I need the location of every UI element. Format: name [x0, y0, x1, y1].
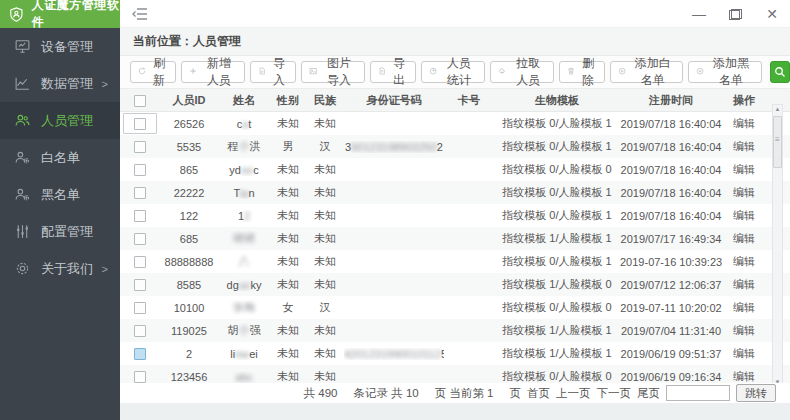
cell-register-time: 2019/07/12 12:06:37 — [620, 279, 722, 291]
close-button[interactable]: ✕ — [764, 7, 780, 21]
row-checkbox[interactable] — [134, 187, 146, 199]
edit-link[interactable]: 编辑 — [722, 139, 766, 154]
row-checkbox[interactable] — [134, 141, 146, 153]
table-row[interactable]: 22222 Tian 未知 未知 指纹模板 0/人脸模板 1 2019/07/1… — [120, 181, 790, 204]
row-checkbox[interactable] — [134, 279, 146, 291]
toolbar: 刷新 新增人员 导入 图片导入 导出 人员统计 — [120, 56, 790, 88]
table-row[interactable]: 123456 abc 未知 未知 指纹模板 0/人脸模板 0 2019/06/1… — [120, 365, 790, 384]
cell-person-id: 2 — [160, 348, 218, 360]
edit-link[interactable]: 编辑 — [722, 254, 766, 269]
cell-person-id: 26526 — [160, 118, 218, 130]
add-person-button[interactable]: 新增人员 — [181, 61, 245, 83]
cell-checkbox — [120, 298, 160, 317]
page-jump-input[interactable] — [666, 385, 730, 401]
cell-bio-template: 指纹模板 0/人脸模板 0 — [494, 300, 620, 315]
sidebar-item-config[interactable]: 配置管理 — [0, 213, 120, 250]
row-checkbox[interactable] — [134, 164, 146, 176]
app-window: 人证魔方管理软件 — ✕ 设备管理 数据管理 > — [0, 0, 790, 420]
sidebar-item-data[interactable]: 数据管理 > — [0, 65, 120, 102]
table-row[interactable]: 5535 程小洪 男 汉 3601231989032502 指纹模板 0/人脸模… — [120, 135, 790, 158]
row-checkbox[interactable] — [134, 256, 146, 268]
image-import-button[interactable]: 图片导入 — [301, 61, 365, 83]
export-button[interactable]: 导出 — [370, 61, 416, 83]
app-title: 人证魔方管理软件 — [32, 0, 120, 31]
cell-nation: 汉 — [306, 139, 344, 154]
table-row[interactable]: 2 linwei 未知 未知 42012319900101125 指纹模板 1/… — [120, 342, 790, 365]
cell-nation: 未知 — [306, 369, 344, 384]
row-checkbox[interactable] — [134, 210, 146, 222]
cell-checkbox — [120, 275, 160, 294]
edit-link[interactable]: 编辑 — [722, 323, 766, 338]
select-all-checkbox[interactable] — [134, 95, 146, 107]
table-row[interactable]: 685 猪猪 未知 未知 指纹模板 1/人脸模板 1 2019/07/17 16… — [120, 227, 790, 250]
table-row[interactable]: 865 ydooc 未知 未知 指纹模板 0/人脸模板 0 2019/07/18… — [120, 158, 790, 181]
scrollbar-thumb[interactable] — [773, 116, 782, 168]
breadcrumb: 当前位置：人员管理 — [120, 28, 790, 56]
sidebar-item-blacklist[interactable]: 黑名单 — [0, 176, 120, 213]
pie-stats-icon — [429, 67, 437, 78]
table-row[interactable]: 119025 胡小强 未知 未知 指纹模板 1/人脸模板 1 2019/07/0… — [120, 319, 790, 342]
cell-bio-template: 指纹模板 0/人脸模板 1 — [494, 254, 620, 269]
row-checkbox[interactable] — [134, 348, 146, 360]
row-checkbox[interactable] — [134, 371, 146, 383]
cell-person-id: 22222 — [160, 187, 218, 199]
search-button[interactable] — [770, 61, 790, 83]
header-nation: 民族 — [306, 93, 344, 108]
first-page-link[interactable]: 首页 — [527, 386, 550, 401]
edit-link[interactable]: 编辑 — [722, 231, 766, 246]
cell-nation: 未知 — [306, 323, 344, 338]
prev-page-link[interactable]: 上一页 — [556, 386, 591, 401]
minimize-button[interactable]: — — [691, 7, 707, 21]
table-header-row: 人员ID 姓名 性别 民族 身份证号码 卡号 生物模板 注册时间 操作 — [120, 88, 790, 112]
sidebar-collapse-icon[interactable] — [132, 7, 148, 21]
cell-bio-template: 指纹模板 0/人脸模板 0 — [494, 369, 620, 384]
sidebar-item-about[interactable]: 关于我们 > — [0, 250, 120, 287]
table-row[interactable]: 26526 cat 未知 未知 指纹模板 0/人脸模板 1 2019/07/18… — [120, 112, 790, 135]
table-row[interactable]: 10100 张梅 女 汉 指纹模板 0/人脸模板 0 2019-07-11 10… — [120, 296, 790, 319]
edit-link[interactable]: 编辑 — [722, 185, 766, 200]
sidebar-item-person[interactable]: 人员管理 — [0, 102, 120, 139]
pull-person-button[interactable]: 拉取人员 — [490, 61, 554, 83]
edit-link[interactable]: 编辑 — [722, 346, 766, 361]
pull-download-icon — [498, 67, 506, 78]
table-row[interactable]: 88888888 八 未知 未知 指纹模板 0/人脸模板 1 2019-07-1… — [120, 250, 790, 273]
cell-person-id: 119025 — [160, 325, 218, 337]
sidebar-item-label: 设备管理 — [41, 38, 93, 56]
table-row[interactable]: 8585 dgucky 未知 未知 指纹模板 1/人脸模板 0 2019/07/… — [120, 273, 790, 296]
edit-link[interactable]: 编辑 — [722, 116, 766, 131]
vertical-scrollbar[interactable]: ▲ ▼ — [772, 104, 783, 388]
cell-checkbox — [120, 206, 160, 225]
row-checkbox[interactable] — [134, 302, 146, 314]
last-page-link[interactable]: 尾页 — [637, 386, 660, 401]
table-row[interactable]: 122 12 未知 未知 指纹模板 0/人脸模板 1 2019/07/18 16… — [120, 204, 790, 227]
delete-button[interactable]: 删除 — [559, 61, 605, 83]
person-stats-button[interactable]: 人员统计 — [421, 61, 485, 83]
edit-link[interactable]: 编辑 — [722, 162, 766, 177]
add-blacklist-button[interactable]: 添加黑名单 — [688, 61, 761, 83]
import-button[interactable]: 导入 — [250, 61, 296, 83]
refresh-button[interactable]: 刷新 — [130, 61, 176, 83]
cell-gender: 未知 — [270, 369, 306, 384]
cell-person-id: 10100 — [160, 302, 218, 314]
table-body: 26526 cat 未知 未知 指纹模板 0/人脸模板 1 2019/07/18… — [120, 112, 790, 384]
edit-link[interactable]: 编辑 — [722, 369, 766, 384]
maximize-button[interactable] — [729, 9, 742, 20]
cell-name: 张梅 — [218, 300, 270, 315]
edit-link[interactable]: 编辑 — [722, 277, 766, 292]
scroll-up-arrow-icon[interactable]: ▲ — [773, 105, 782, 114]
cell-checkbox — [120, 321, 160, 340]
row-checkbox[interactable] — [134, 118, 146, 130]
sidebar-item-whitelist[interactable]: 白名单 — [0, 139, 120, 176]
cell-register-time: 2019/07/18 16:40:04 — [620, 141, 722, 153]
sidebar-item-device[interactable]: 设备管理 — [0, 28, 120, 65]
next-page-link[interactable]: 下一页 — [597, 386, 632, 401]
cell-register-time: 2019-07-11 10:20:02 — [620, 302, 722, 314]
jump-button[interactable]: 跳转 — [736, 384, 776, 402]
header-id-number: 身份证号码 — [344, 93, 444, 108]
add-whitelist-button[interactable]: 添加白名单 — [610, 61, 683, 83]
edit-link[interactable]: 编辑 — [722, 208, 766, 223]
row-checkbox[interactable] — [134, 233, 146, 245]
row-checkbox[interactable] — [134, 325, 146, 337]
edit-link[interactable]: 编辑 — [722, 300, 766, 315]
cell-checkbox — [120, 137, 160, 156]
